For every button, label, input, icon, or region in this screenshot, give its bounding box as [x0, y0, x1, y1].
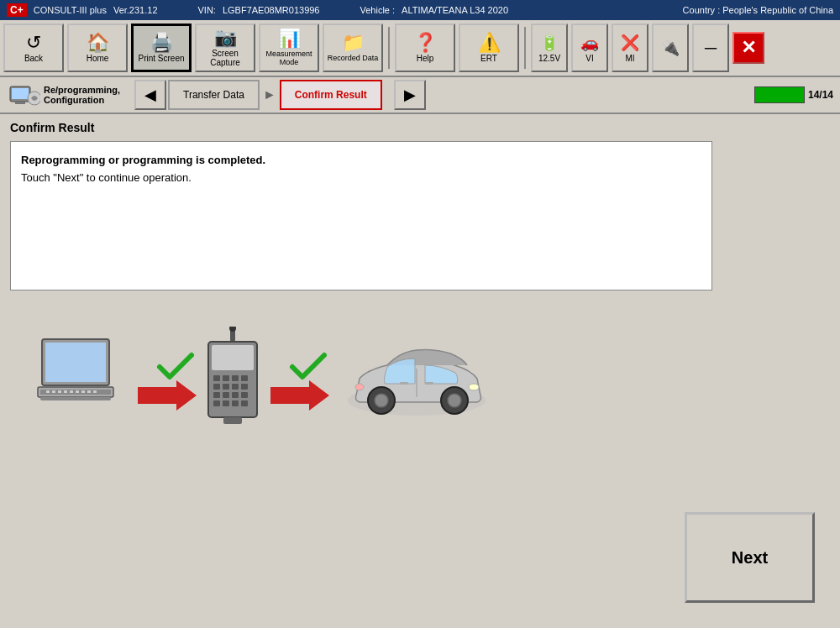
vehicle-label: Vehicle : — [360, 5, 396, 15]
next-label: Next — [732, 548, 768, 568]
svg-rect-13 — [76, 390, 79, 393]
measurement-mode-label: Measurement Mode — [262, 50, 316, 66]
step-transfer-data: Transfer Data — [168, 80, 260, 110]
programming-device-diagram — [200, 327, 267, 436]
recorded-data-icon: 📁 — [342, 34, 365, 52]
reprogramming-icon — [7, 80, 40, 110]
step-confirm-result-label: Confirm Result — [295, 89, 367, 101]
screen-capture-button[interactable]: 📷 Screen Capture — [195, 24, 255, 72]
battery-icon: 🔋 — [540, 34, 559, 52]
voltage-indicator: 🔋 12.5V — [531, 24, 568, 72]
svg-rect-1 — [12, 88, 29, 99]
svg-rect-16 — [93, 390, 97, 393]
close-button[interactable]: ✕ — [732, 32, 764, 64]
step-confirm-result: Confirm Result — [280, 80, 382, 110]
checkmark-1-icon — [155, 348, 197, 385]
screen-capture-label: Screen Capture — [198, 49, 252, 67]
svg-rect-31 — [213, 392, 220, 398]
vi-icon: 🚗 — [580, 34, 599, 52]
measurement-mode-button[interactable]: 📊 Measurement Mode — [259, 24, 319, 72]
message-line1: Reprogramming or programming is complete… — [21, 152, 701, 170]
help-icon: ❓ — [414, 34, 437, 52]
battery-bar-indicator: 🔌 — [652, 24, 689, 72]
print-screen-label: Print Screen — [138, 54, 184, 63]
step-back-button[interactable]: ◀ — [134, 80, 166, 110]
screen-capture-icon: 📷 — [214, 29, 237, 47]
toolbar-divider-1 — [388, 27, 390, 69]
svg-rect-14 — [81, 390, 85, 393]
measurement-mode-icon: 📊 — [278, 29, 301, 48]
print-screen-icon: 🖨️ — [150, 34, 173, 52]
svg-rect-48 — [425, 382, 433, 385]
vin-value: LGBF7AE08MR013996 — [223, 5, 320, 15]
home-icon: 🏠 — [87, 34, 109, 52]
diagram-area — [0, 297, 840, 465]
back-label: Back — [24, 54, 43, 63]
svg-rect-5 — [45, 343, 106, 382]
minus-icon: ─ — [705, 39, 717, 58]
toolbar-divider-2 — [524, 27, 526, 69]
recorded-data-label: Recorded Data — [328, 54, 379, 62]
help-label: Help — [417, 54, 434, 63]
svg-rect-30 — [241, 384, 248, 390]
check-arrow-1 — [138, 348, 197, 414]
country-label: Country : People's Republic of China — [683, 5, 833, 15]
battery-bar-icon: 🔌 — [661, 39, 680, 57]
svg-rect-2 — [15, 102, 25, 104]
svg-point-43 — [375, 394, 388, 407]
svg-rect-35 — [213, 400, 220, 406]
svg-point-45 — [448, 394, 461, 407]
app-logo: C+ — [7, 3, 27, 17]
svg-rect-32 — [223, 392, 229, 398]
step-bar: Re/programming, Configuration ◀ Transfer… — [0, 77, 840, 114]
step-arrow-1: ► — [263, 87, 276, 102]
svg-point-49 — [469, 384, 479, 390]
close-icon: ✕ — [741, 37, 756, 59]
back-button[interactable]: ↺ Back — [3, 24, 64, 72]
svg-rect-8 — [46, 390, 50, 393]
svg-point-50 — [355, 384, 364, 390]
ert-label: ERT — [480, 54, 497, 63]
minus-button[interactable]: ─ — [692, 24, 729, 72]
svg-rect-24 — [223, 375, 229, 381]
help-button[interactable]: ❓ Help — [395, 24, 455, 72]
svg-rect-26 — [241, 375, 248, 381]
svg-rect-37 — [232, 400, 239, 406]
vehicle-value: ALTIMA/TEANA L34 2020 — [402, 5, 508, 15]
content-area: Confirm Result Reprogramming or programm… — [0, 114, 840, 297]
svg-rect-10 — [58, 390, 61, 393]
step-forward-button[interactable]: ▶ — [394, 80, 426, 110]
print-screen-button[interactable]: 🖨️ Print Screen — [131, 24, 192, 72]
svg-rect-28 — [223, 384, 229, 390]
title-bar: C+ CONSULT-III plus Ver.231.12 VIN: LGBF… — [0, 0, 840, 20]
svg-rect-29 — [232, 384, 239, 390]
next-button[interactable]: Next — [685, 512, 815, 603]
step-transfer-data-label: Transfer Data — [183, 89, 244, 101]
svg-rect-12 — [70, 390, 73, 393]
step-progress-area: 14/14 — [754, 86, 833, 103]
svg-rect-47 — [400, 382, 408, 385]
svg-rect-39 — [223, 417, 242, 424]
voltage-label: 12.5V — [538, 54, 560, 63]
mi-icon: ❌ — [621, 34, 639, 52]
toolbar: ↺ Back 🏠 Home 🖨️ Print Screen 📷 Screen C… — [0, 20, 840, 77]
home-button[interactable]: 🏠 Home — [67, 24, 128, 72]
car-diagram — [341, 335, 492, 427]
vi-label: VI — [585, 54, 593, 63]
vin-label: VIN: — [198, 5, 216, 15]
ert-button[interactable]: ⚠️ ERT — [459, 24, 519, 72]
svg-rect-11 — [64, 390, 67, 393]
vi-indicator: 🚗 VI — [571, 24, 608, 72]
message-box: Reprogramming or programming is complete… — [10, 141, 712, 290]
svg-rect-22 — [212, 345, 254, 370]
section-label: Re/programming, Configuration — [44, 85, 128, 105]
message-line2: Touch "Next" to continue operation. — [21, 170, 701, 187]
laptop-diagram — [34, 335, 134, 427]
svg-rect-15 — [87, 390, 91, 393]
svg-rect-23 — [213, 375, 220, 381]
recorded-data-button[interactable]: 📁 Recorded Data — [323, 24, 383, 72]
svg-rect-9 — [52, 390, 55, 393]
svg-rect-17 — [40, 397, 111, 400]
step-progress-bar — [754, 86, 805, 103]
mi-indicator: ❌ MI — [612, 24, 648, 72]
